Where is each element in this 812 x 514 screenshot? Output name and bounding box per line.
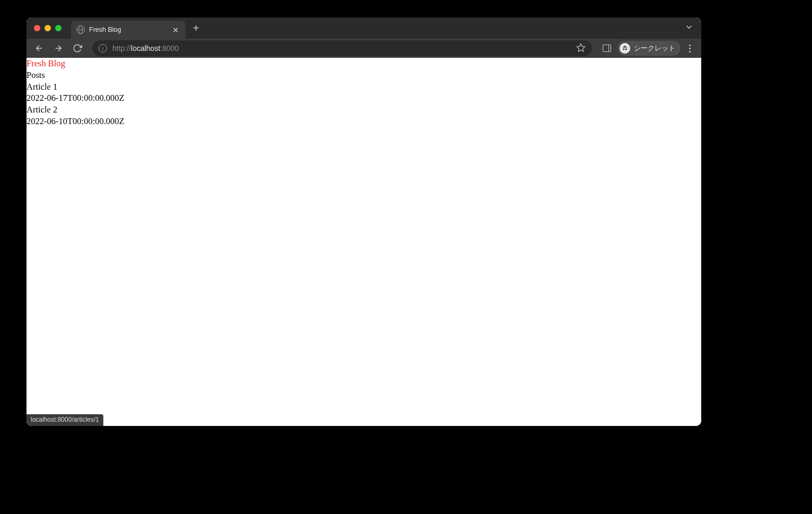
toolbar: i http://localhost:8000 シークレット [27,39,701,58]
site-info-icon[interactable]: i [99,44,107,53]
forward-button[interactable] [51,41,66,56]
page-viewport: Fresh Blog Posts Article 1 2022-06-17T00… [27,58,701,426]
list-item: Article 2 2022-06-10T00:00:00.000Z [27,104,701,127]
browser-tab[interactable]: Fresh Blog ✕ [71,21,186,39]
list-item: Article 1 2022-06-17T00:00:00.000Z [27,81,701,104]
status-bar: localhost:8000/articles/1 [27,414,103,426]
globe-icon [76,25,85,34]
bookmark-star-icon[interactable] [576,43,586,54]
svg-marker-2 [577,43,585,51]
close-tab-button[interactable]: ✕ [171,26,180,34]
blog-title-link[interactable]: Fresh Blog [27,58,701,69]
url-text: http://localhost:8000 [112,44,571,53]
title-bar: Fresh Blog ✕ + [27,18,701,39]
article-list: Article 1 2022-06-17T00:00:00.000Z Artic… [27,81,701,127]
reload-button[interactable] [70,41,85,56]
minimize-window-button[interactable] [45,25,51,31]
article-title-link[interactable]: Article 1 [27,81,701,93]
window-controls [34,25,61,31]
toolbar-right: シークレット [599,41,696,56]
new-tab-button[interactable]: + [193,23,199,33]
side-panel-icon[interactable] [603,45,611,52]
article-date: 2022-06-17T00:00:00.000Z [27,92,701,104]
posts-heading: Posts [27,69,701,81]
back-button[interactable] [32,41,47,56]
tabs-dropdown-button[interactable] [684,22,694,34]
page-content: Fresh Blog Posts Article 1 2022-06-17T00… [27,58,701,127]
close-window-button[interactable] [34,25,40,31]
article-title-link[interactable]: Article 2 [27,104,701,116]
address-bar[interactable]: i http://localhost:8000 [92,40,592,56]
browser-window: Fresh Blog ✕ + i http://localhost:8000 [27,18,701,426]
browser-menu-button[interactable] [687,45,693,53]
incognito-label: シークレット [634,44,675,53]
incognito-icon [620,43,630,54]
maximize-window-button[interactable] [55,25,61,31]
tab-title: Fresh Blog [89,26,171,33]
incognito-badge[interactable]: シークレット [617,41,681,56]
article-date: 2022-06-10T00:00:00.000Z [27,116,701,127]
